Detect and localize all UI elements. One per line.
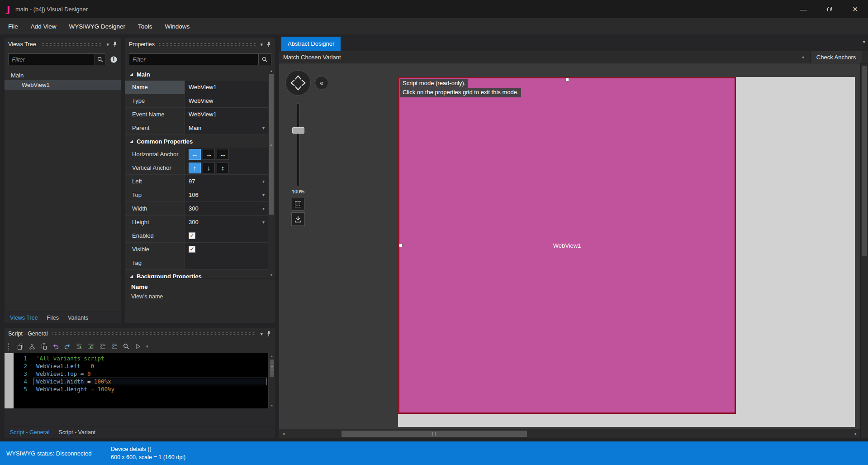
zoom-slider-thumb[interactable] <box>292 127 304 134</box>
tab-script-general[interactable]: Script - General <box>10 429 50 436</box>
paste-icon[interactable] <box>38 341 49 352</box>
find-icon[interactable] <box>121 341 131 352</box>
dropdown-caret-icon[interactable]: ▾ <box>262 192 265 197</box>
toolbar-grip[interactable] <box>8 343 10 350</box>
tab-list-caret-icon[interactable]: ▾ <box>863 39 865 45</box>
undo-icon[interactable] <box>50 341 61 352</box>
section-main[interactable]: Main <box>125 68 268 81</box>
scroll-down-icon[interactable]: ▼ <box>269 403 275 408</box>
code-line-1[interactable]: 1'All variants script <box>14 355 268 362</box>
breakpoint-margin[interactable] <box>5 353 14 408</box>
prop-value-visible[interactable]: ✓ <box>185 243 268 256</box>
comment-icon[interactable] <box>74 341 84 352</box>
grid-button[interactable] <box>292 198 304 211</box>
section-background-properties[interactable]: Background Properties <box>125 270 268 278</box>
views-filter-input[interactable] <box>8 53 95 65</box>
dropdown-caret-icon[interactable]: ▾ <box>262 220 265 225</box>
resize-handle-left[interactable] <box>399 244 403 247</box>
anchor-button-horizontal-anchor-2[interactable]: ↔ <box>217 149 229 160</box>
scroll-right-icon[interactable]: ▸ <box>851 431 860 436</box>
scroll-up-icon[interactable]: ▲ <box>269 353 275 359</box>
pin-icon[interactable] <box>266 41 271 48</box>
panel-menu-caret-icon[interactable]: ▾ <box>106 42 109 47</box>
code-line-3[interactable]: 3WebView1.Top = 0 <box>14 370 268 378</box>
form-surface[interactable]: WebView1 Script mode (read-only). Click … <box>398 77 855 427</box>
properties-search-button[interactable] <box>259 53 271 65</box>
section-common-properties[interactable]: Common Properties <box>125 135 268 148</box>
code-line-2[interactable]: 2WebView1.Left = 0 <box>14 362 268 370</box>
scroll-left-icon[interactable]: ◂ <box>279 431 288 436</box>
scrollbar-thumb[interactable] <box>270 360 274 377</box>
menu-item-windows[interactable]: Windows <box>159 18 196 34</box>
anchor-button-horizontal-anchor-0[interactable]: ← <box>189 149 201 160</box>
minimize-button[interactable]: — <box>791 0 816 18</box>
properties-filter-input[interactable] <box>129 53 259 65</box>
copy-icon[interactable] <box>15 341 25 352</box>
anchor-button-vertical-anchor-0[interactable]: ↑ <box>189 163 201 173</box>
scroll-up-icon[interactable]: ▲ <box>268 68 275 74</box>
design-canvas[interactable]: WebView1 Script mode (read-only). Click … <box>279 63 868 438</box>
prop-value-event-name[interactable]: WebView1 <box>185 108 268 121</box>
horizontal-scrollbar[interactable]: ◂ ▸ <box>279 429 860 438</box>
dropdown-caret-icon[interactable]: ▾ <box>262 206 265 211</box>
tree-item-main[interactable]: Main <box>5 71 121 80</box>
anchor-button-horizontal-anchor-1[interactable]: → <box>203 149 215 160</box>
maximize-button[interactable] <box>816 0 842 18</box>
properties-scrollbar[interactable]: ▲ ▼ <box>268 68 275 278</box>
prop-value-enabled[interactable]: ✓ <box>185 229 268 242</box>
prop-value-name[interactable]: WebView1 <box>185 81 268 94</box>
prop-value-parent[interactable]: Main▾ <box>185 121 268 134</box>
webview-widget[interactable]: WebView1 Script mode (read-only). Click … <box>398 77 736 414</box>
pin-icon[interactable] <box>112 41 118 48</box>
cut-icon[interactable] <box>27 341 37 352</box>
panel-menu-caret-icon[interactable]: ▾ <box>260 42 263 47</box>
menu-item-file[interactable]: File <box>2 18 24 34</box>
prop-value-horizontal-anchor[interactable]: ←→↔ <box>185 148 268 161</box>
menu-item-tools[interactable]: Tools <box>132 18 159 34</box>
tab-views-tree[interactable]: Views Tree <box>10 315 38 321</box>
zoom-slider[interactable] <box>297 103 300 187</box>
menu-item-add-view[interactable]: Add View <box>24 18 63 34</box>
dropdown-caret-icon[interactable]: ▾ <box>262 125 265 130</box>
prop-value-tag[interactable] <box>185 256 268 269</box>
code-line-4[interactable]: 4WebView1.Width = 100%x <box>14 378 268 385</box>
indent-decrease-icon[interactable] <box>97 341 108 352</box>
check-anchors-button[interactable]: Check Anchors <box>810 51 862 63</box>
info-icon[interactable]: i <box>109 54 118 64</box>
indent-increase-icon[interactable] <box>109 341 119 352</box>
scrollbar-thumb[interactable] <box>269 74 274 215</box>
prop-value-width[interactable]: 300▾ <box>185 202 268 215</box>
anchor-button-vertical-anchor-2[interactable]: ↕ <box>217 163 229 173</box>
panel-menu-caret-icon[interactable]: ▾ <box>260 331 263 336</box>
menu-item-wysiwyg-designer[interactable]: WYSIWYG Designer <box>63 18 132 34</box>
variant-dropdown[interactable]: Match Chosen Variant ▾ <box>279 51 810 63</box>
prop-value-height[interactable]: 300▾ <box>185 216 268 229</box>
checkbox-visible[interactable]: ✓ <box>189 246 195 253</box>
pin-icon[interactable] <box>266 331 271 337</box>
dropdown-caret-icon[interactable]: ▾ <box>262 179 265 184</box>
editor-scrollbar[interactable]: ▲ ▼ <box>268 353 275 408</box>
anchor-button-vertical-anchor-1[interactable]: ↓ <box>203 163 215 173</box>
checkbox-enabled[interactable]: ✓ <box>189 232 195 239</box>
collapse-button[interactable]: « <box>315 76 328 90</box>
prop-value-vertical-anchor[interactable]: ↑↓↕ <box>185 161 268 174</box>
prop-value-top[interactable]: 106▾ <box>185 188 268 201</box>
redo-icon[interactable] <box>62 341 72 352</box>
uncomment-icon[interactable] <box>85 341 96 352</box>
pan-control[interactable] <box>285 70 311 96</box>
tab-files[interactable]: Files <box>47 315 59 321</box>
prop-value-left[interactable]: 97▾ <box>185 175 268 188</box>
tree-item-webview1[interactable]: WebView1 <box>5 80 121 90</box>
tab-variants[interactable]: Variants <box>68 315 88 321</box>
code-area[interactable]: 1'All variants script2WebView1.Left = 03… <box>14 353 268 408</box>
code-line-5[interactable]: 5WebView1.Height = 100%y <box>14 385 268 393</box>
resize-handle-top[interactable] <box>565 78 569 81</box>
tab-abstract-designer[interactable]: Abstract Designer <box>281 37 341 51</box>
tab-script-variant[interactable]: Script - Variant <box>59 429 96 436</box>
close-button[interactable]: × <box>842 0 868 18</box>
vscroll-thumb[interactable] <box>862 66 867 256</box>
toolbar-overflow-icon[interactable]: ▾ <box>146 344 148 349</box>
download-button[interactable] <box>291 212 305 226</box>
scroll-down-icon[interactable]: ▼ <box>268 272 275 278</box>
views-search-button[interactable] <box>95 53 105 65</box>
